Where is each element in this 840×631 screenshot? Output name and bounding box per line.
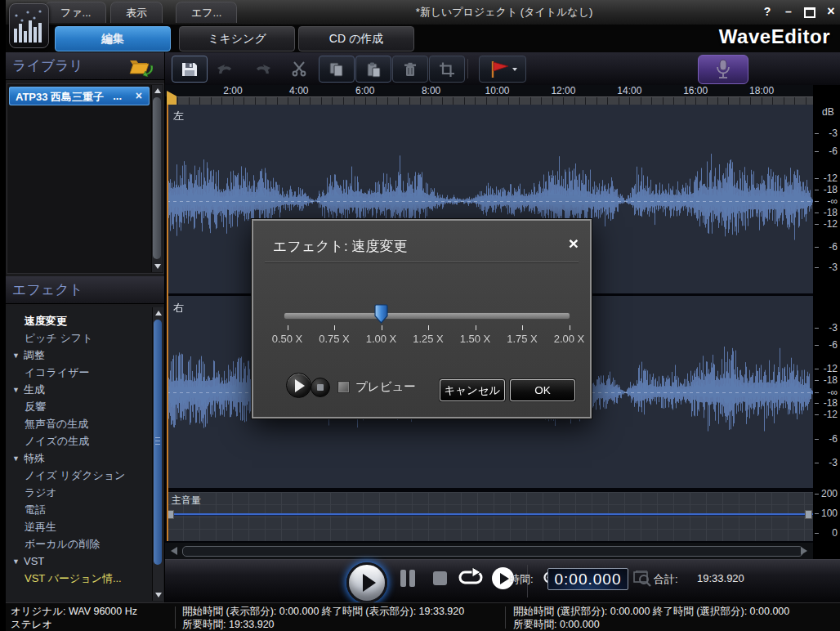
effects-scrollbar[interactable] bbox=[152, 307, 163, 601]
effects-item[interactable]: ▼生成 bbox=[6, 381, 164, 398]
effects-scroll-thumb[interactable] bbox=[154, 320, 162, 565]
open-folder-icon[interactable] bbox=[128, 56, 153, 77]
db-tick-right: -6 bbox=[813, 339, 840, 351]
effects-item[interactable]: 電話 bbox=[6, 501, 164, 518]
collapse-arrow-icon[interactable]: ▼ bbox=[12, 553, 24, 571]
loop-button[interactable] bbox=[458, 567, 485, 592]
effects-item[interactable]: 無声音の生成 bbox=[6, 415, 164, 432]
collapse-arrow-icon[interactable]: ▼ bbox=[12, 450, 24, 468]
timeline-ruler[interactable]: 2:004:006:008:0010:0012:0014:0016:0018:0… bbox=[165, 85, 813, 96]
collapse-arrow-icon[interactable]: ▼ bbox=[12, 347, 24, 365]
copy-button[interactable] bbox=[319, 56, 355, 83]
ok-button[interactable]: OK bbox=[510, 379, 575, 401]
stop-button[interactable] bbox=[433, 571, 447, 585]
effects-item[interactable]: ▼特殊 bbox=[6, 450, 164, 467]
delete-button[interactable] bbox=[392, 56, 428, 83]
db-tick-left: -6 bbox=[813, 145, 840, 157]
scrollbar-track[interactable] bbox=[182, 546, 803, 557]
effects-item[interactable]: 反響 bbox=[6, 398, 164, 415]
pause-icon[interactable] bbox=[400, 570, 406, 587]
speed-slider-track[interactable] bbox=[284, 312, 570, 320]
scroll-up-icon[interactable] bbox=[155, 311, 162, 316]
transport-bar: 時間: 0:00.000 合計: 19:33.920 bbox=[165, 559, 840, 603]
master-volume-track[interactable]: 主音量 bbox=[167, 492, 813, 541]
preview-checkbox[interactable] bbox=[337, 381, 350, 393]
effects-item[interactable]: ラジオ bbox=[6, 484, 164, 501]
slider-tick bbox=[570, 325, 570, 330]
tab-mixing[interactable]: ミキシング bbox=[179, 26, 295, 51]
play-button[interactable] bbox=[346, 562, 387, 603]
volume-handle-right[interactable] bbox=[805, 510, 812, 519]
scroll-up-icon[interactable] bbox=[154, 88, 161, 93]
library-item-close-icon[interactable]: × bbox=[136, 89, 142, 102]
slider-tick bbox=[334, 325, 335, 330]
cancel-button[interactable]: キャンセル bbox=[440, 379, 505, 401]
record-button[interactable] bbox=[698, 55, 748, 84]
dialog-play-button[interactable] bbox=[286, 373, 311, 398]
sidebar: ライブラリ ATP33 西島三重子 ... × エフェクト bbox=[6, 52, 165, 602]
tab-edit[interactable]: 編集 bbox=[55, 26, 171, 51]
effects-item[interactable]: イコライザー bbox=[6, 364, 164, 381]
minimize-button[interactable]: – bbox=[780, 4, 797, 19]
dialog-stop-button[interactable] bbox=[311, 378, 330, 397]
slider-tick-label: 2.00 X bbox=[543, 333, 596, 345]
effects-item[interactable]: ボーカルの削除 bbox=[6, 535, 164, 553]
help-button[interactable]: ? bbox=[759, 4, 775, 19]
menu-view[interactable]: 表示 bbox=[110, 2, 163, 23]
statusbar: オリジナル: WAV 96000 Hz ステレオ 開始時間 (表示部分): 0:… bbox=[6, 602, 840, 631]
db-tick-right: -12 bbox=[813, 409, 840, 420]
close-button[interactable]: × bbox=[823, 4, 839, 19]
pause-icon[interactable] bbox=[409, 570, 415, 587]
db-tick-right: -18 bbox=[813, 374, 840, 386]
scroll-right-icon[interactable] bbox=[801, 547, 807, 555]
horizontal-scrollbar[interactable] bbox=[165, 543, 813, 559]
cut-button[interactable] bbox=[282, 56, 316, 81]
db-tick-left: -3 bbox=[813, 262, 840, 273]
time-label: 時間: bbox=[509, 572, 534, 587]
scroll-down-icon[interactable] bbox=[155, 593, 162, 597]
scroll-down-icon[interactable] bbox=[154, 264, 161, 269]
time-display[interactable]: 0:00.000 bbox=[547, 568, 628, 590]
effects-item[interactable]: ノイズ リダクション bbox=[6, 467, 164, 484]
trim-button[interactable] bbox=[429, 56, 465, 83]
volume-envelope-line[interactable] bbox=[167, 513, 813, 515]
effects-item[interactable]: ピッチ シフト bbox=[6, 329, 164, 347]
redo-button[interactable] bbox=[245, 56, 279, 81]
db-tick-right: -3 bbox=[813, 322, 840, 333]
library-item[interactable]: ATP33 西島三重子 ... × bbox=[9, 87, 150, 105]
effects-item[interactable]: ▼調整 bbox=[6, 347, 164, 364]
library-scroll-thumb[interactable] bbox=[153, 97, 161, 259]
effects-item[interactable]: ノイズの生成 bbox=[6, 432, 164, 450]
menu-effects[interactable]: エフ... bbox=[176, 2, 237, 23]
speed-slider-thumb[interactable] bbox=[374, 304, 388, 324]
timeline-label: 12:00 bbox=[551, 85, 575, 96]
save-button[interactable] bbox=[172, 56, 208, 83]
effects-item[interactable]: VST バージョン情... bbox=[6, 570, 164, 587]
db-scale-panel: dB -3-3-6-6-12-12-18-18-∞-∞-18-18-12-12-… bbox=[813, 85, 840, 559]
status-channels: ステレオ bbox=[11, 618, 52, 631]
scroll-left-icon[interactable] bbox=[171, 547, 177, 555]
db-tick-left: -18 bbox=[813, 184, 840, 195]
playhead-cursor[interactable] bbox=[167, 96, 168, 541]
maximize-button[interactable] bbox=[802, 4, 818, 19]
menu-file[interactable]: ファ... bbox=[45, 2, 106, 23]
bookmark-flag-button[interactable] bbox=[479, 56, 526, 83]
tab-cd-creation[interactable]: CD の作成 bbox=[298, 26, 414, 51]
paste-button[interactable] bbox=[355, 56, 391, 83]
effects-item[interactable]: 速度変更 bbox=[6, 312, 164, 329]
collapse-arrow-icon[interactable]: ▼ bbox=[12, 382, 24, 399]
effects-item[interactable]: 逆再生 bbox=[6, 518, 164, 535]
timeline-label: 16:00 bbox=[683, 85, 708, 96]
effects-item[interactable]: ▼VST bbox=[6, 553, 164, 570]
dialog-close-icon[interactable]: × bbox=[569, 234, 579, 253]
library-scrollbar[interactable] bbox=[151, 85, 163, 272]
db-tick-right: -6 bbox=[813, 433, 840, 445]
desktop-edge bbox=[0, 0, 6, 631]
right-channel-label: 右 bbox=[173, 301, 184, 316]
db-tick-right: -18 bbox=[813, 397, 840, 409]
zoom-all-button[interactable] bbox=[633, 571, 653, 592]
toolbar bbox=[165, 52, 840, 85]
preview-label: プレビュー bbox=[355, 379, 416, 395]
undo-button[interactable] bbox=[208, 56, 243, 81]
db-tick-left: -3 bbox=[813, 128, 840, 139]
